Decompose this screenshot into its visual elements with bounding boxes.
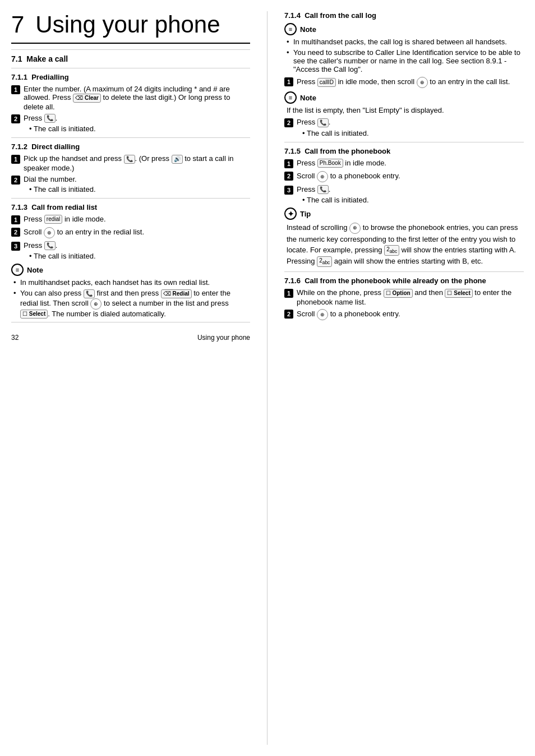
step-number: 1 xyxy=(11,155,20,164)
note-label: Note xyxy=(300,94,316,102)
scroll-icon: ⊕ xyxy=(417,77,428,88)
scroll-icon: ⊕ xyxy=(317,309,328,320)
key-2abc-2: 2abc xyxy=(317,256,332,267)
tip-label: Tip xyxy=(300,210,311,218)
step-5-3: 3 Press 📞. The call is initiated. xyxy=(284,185,524,205)
key-2abc: 2abc xyxy=(384,245,399,256)
step-number: 1 xyxy=(11,85,20,94)
step-number: 3 xyxy=(11,242,20,251)
step-6-2: 2 Scroll ⊕ to a phonebook entry. xyxy=(284,309,524,320)
note-content-7-1-4: In multihandset packs, the call log is s… xyxy=(284,38,524,73)
step-result: The call is initiated. xyxy=(29,252,250,260)
talk-key: 📞 xyxy=(317,118,329,127)
tip-content-7-1-5: Instead of scrolling ⊕ to browse the pho… xyxy=(284,222,524,267)
redial-key: ⌫ Redial xyxy=(161,289,192,298)
step-number: 2 xyxy=(11,228,20,237)
step-content: Press callID in idle mode, then scroll ⊕… xyxy=(297,77,524,88)
scroll-icon: ⊕ xyxy=(317,171,328,182)
scroll-icon: ⊕ xyxy=(44,227,55,238)
note-item: In multihandset packs, each handset has … xyxy=(13,278,250,287)
speaker-key: 🔊 xyxy=(172,155,183,164)
step-content: Press Ph.Book in idle mode. xyxy=(297,159,524,168)
step-content: Scroll ⊕ to an entry in the redial list. xyxy=(24,227,250,238)
step-number: 2 xyxy=(11,114,20,123)
call-log-steps: 1 Press callID in idle mode, then scroll… xyxy=(284,77,524,88)
note-item: You need to subscribe to Caller Line Ide… xyxy=(287,48,524,73)
chapter-title: 7 Using your phone xyxy=(11,11,250,44)
step-result: The call is initiated. xyxy=(302,196,524,204)
tip-icon: ✦ xyxy=(284,208,297,220)
step-number: 3 xyxy=(284,186,293,195)
step-content: Press 📞. The call is initiated. xyxy=(297,185,524,205)
step-1-1: 1 Enter the number. (A maximum of 24 dig… xyxy=(11,85,250,111)
call-log-steps-2: 2 Press 📞. The call is initiated. xyxy=(284,118,524,137)
step-5-2: 2 Scroll ⊕ to a phonebook entry. xyxy=(284,171,524,182)
step-2-1: 1 Pick up the handset and press 📞. (Or p… xyxy=(11,154,250,172)
step-3-1: 1 Press redial in idle mode. xyxy=(11,215,250,224)
clear-key: ⌫ Clear xyxy=(73,94,101,103)
step-number: 1 xyxy=(284,289,293,298)
note-content-7-1-3: In multihandset packs, each handset has … xyxy=(11,278,250,319)
step-content: Dial the number. The call is initiated. xyxy=(24,175,250,193)
step-number: 2 xyxy=(284,118,293,127)
phbook-key: Ph.Book xyxy=(317,159,343,168)
step-content: Press redial in idle mode. xyxy=(24,215,250,224)
step-1-2: 2 Press 📞. The call is initiated. xyxy=(11,114,250,133)
note-icon: ≡ xyxy=(11,264,24,276)
subsection-7-1-1: 7.1.1 Predialling xyxy=(11,68,250,81)
callid-key: callID xyxy=(317,78,336,87)
step-content: Scroll ⊕ to a phonebook entry. xyxy=(297,309,524,320)
select-key: ☐ Select xyxy=(20,310,48,319)
scroll-icon: ⊕ xyxy=(90,298,102,310)
redial-steps: 1 Press redial in idle mode. 2 Scroll ⊕ … xyxy=(11,215,250,261)
note-icon: ≡ xyxy=(284,91,297,104)
subsection-7-1-6: 7.1.6 Call from the phonebook while alre… xyxy=(284,271,524,285)
step-3-3: 3 Press 📞. The call is initiated. xyxy=(11,241,250,261)
subsection-7-1-2: 7.1.2 Direct dialling xyxy=(11,137,250,151)
talk-key: 📞 xyxy=(317,185,329,194)
step-content: Enter the number. (A maximum of 24 digit… xyxy=(24,85,250,111)
page-footer: 32 Using your phone xyxy=(11,322,250,342)
note-item: In multihandset packs, the call log is s… xyxy=(287,38,524,46)
phonebook-steps: 1 Press Ph.Book in idle mode. 2 Scroll ⊕… xyxy=(284,159,524,205)
note-box-7-1-4: ≡ Note xyxy=(284,23,524,35)
step-content: Pick up the handset and press 📞. (Or pre… xyxy=(24,154,250,172)
talk-key: 📞 xyxy=(84,289,95,298)
note-content-7-1-4b: If the list is empty, then "List Empty" … xyxy=(284,106,524,114)
step-result: The call is initiated. xyxy=(29,185,250,193)
step-content: Press 📞. The call is initiated. xyxy=(24,114,250,133)
step-result: The call is initiated. xyxy=(29,125,250,133)
tip-box-7-1-5: ✦ Tip xyxy=(284,208,524,220)
step-content: While on the phone, press ☐ Option and t… xyxy=(297,288,524,306)
scroll-icon: ⊕ xyxy=(349,223,361,234)
option-key: ☐ Option xyxy=(384,289,413,298)
subsection-7-1-3: 7.1.3 Call from redial list xyxy=(11,198,250,211)
left-column: 7 Using your phone 7.1 Make a call 7.1.1… xyxy=(11,11,268,745)
step-number: 2 xyxy=(11,176,20,185)
note-box-7-1-4b: ≡ Note xyxy=(284,91,524,104)
section-7-1: 7.1 Make a call xyxy=(11,49,250,63)
talk-key: 📞 xyxy=(124,155,135,164)
step-4-1: 1 Press callID in idle mode, then scroll… xyxy=(284,77,524,88)
note-icon: ≡ xyxy=(284,23,297,35)
step-content: Press 📞. The call is initiated. xyxy=(24,241,250,261)
select-key: ☐ Select xyxy=(445,289,472,298)
step-number: 2 xyxy=(284,310,293,319)
step-6-1: 1 While on the phone, press ☐ Option and… xyxy=(284,288,524,306)
chapter-heading: Using your phone xyxy=(35,11,220,38)
page-number: 32 xyxy=(11,334,19,342)
chapter-number: 7 xyxy=(11,11,24,38)
note-label: Note xyxy=(300,25,316,34)
talk-key: 📞 xyxy=(44,114,56,123)
step-3-2: 2 Scroll ⊕ to an entry in the redial lis… xyxy=(11,227,250,238)
right-column: 7.1.4 Call from the call log ≡ Note In m… xyxy=(268,11,524,745)
talk-key: 📞 xyxy=(44,241,56,250)
step-number: 2 xyxy=(284,172,293,181)
footer-chapter: Using your phone xyxy=(197,334,250,342)
direct-dialling-steps: 1 Pick up the handset and press 📞. (Or p… xyxy=(11,154,250,193)
note-item: You can also press 📞 first and then pres… xyxy=(13,289,250,319)
note-label: Note xyxy=(27,266,43,274)
page: 7 Using your phone 7.1 Make a call 7.1.1… xyxy=(0,0,535,756)
redial-key: redial xyxy=(44,215,62,224)
step-result: The call is initiated. xyxy=(302,129,524,137)
